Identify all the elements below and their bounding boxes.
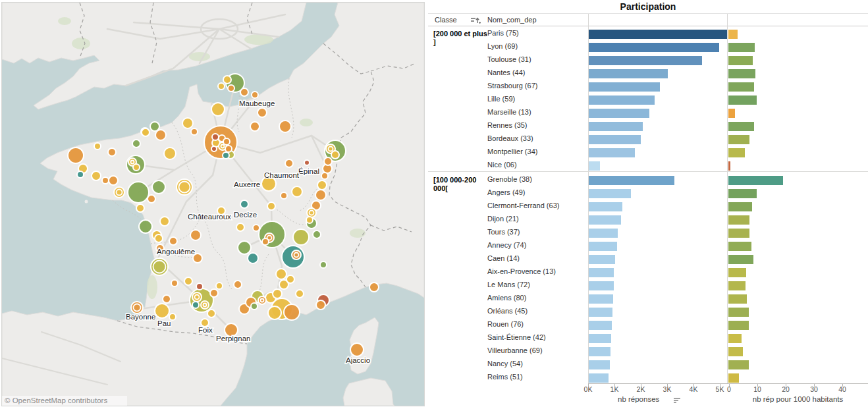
bar-nb-reponses[interactable] xyxy=(589,122,643,131)
axis-sort-icon[interactable] xyxy=(673,397,682,404)
city-label[interactable]: Amiens (80) xyxy=(487,291,586,304)
map-bubble[interactable] xyxy=(139,220,152,233)
bar-nb-reponses[interactable] xyxy=(589,321,612,330)
city-label[interactable]: Saint-Étienne (42) xyxy=(487,331,586,344)
bar-nb-reponses[interactable] xyxy=(589,268,614,277)
bar-nb-reponses[interactable] xyxy=(589,95,655,105)
map-bubble[interactable] xyxy=(210,289,218,297)
france-bubble-map[interactable]: MaubeugeÉpinalChaumontAuxerreDecizeChâte… xyxy=(1,2,425,406)
map-bubble[interactable] xyxy=(171,280,178,286)
bar-nb-rep-1000-hab[interactable] xyxy=(728,268,746,277)
map-bubble[interactable] xyxy=(250,122,259,131)
map-bubble[interactable] xyxy=(240,200,248,208)
map-bubble[interactable] xyxy=(102,177,109,184)
bar-nb-rep-1000-hab[interactable] xyxy=(728,135,749,144)
city-label[interactable]: Nancy (54) xyxy=(487,357,586,370)
map-bubble[interactable] xyxy=(251,303,258,310)
map-bubble[interactable] xyxy=(285,159,293,167)
map-bubble[interactable] xyxy=(258,296,266,304)
map-bubble[interactable] xyxy=(293,229,309,245)
map-bubble[interactable] xyxy=(292,186,302,197)
bar-nb-rep-1000-hab[interactable] xyxy=(728,43,755,52)
map-bubble[interactable] xyxy=(253,225,259,231)
map-bubble[interactable] xyxy=(268,306,281,319)
bar-nb-reponses[interactable] xyxy=(589,215,621,225)
city-label[interactable]: Marseille (13) xyxy=(487,105,586,119)
bar-nb-reponses[interactable] xyxy=(589,109,649,118)
map-bubble[interactable] xyxy=(218,83,225,90)
bar-nb-reponses[interactable] xyxy=(589,82,660,92)
bar-nb-reponses[interactable] xyxy=(589,69,668,78)
bar-nb-rep-1000-hab[interactable] xyxy=(728,229,749,238)
map-bubble[interactable] xyxy=(324,157,332,165)
city-label[interactable]: Strasbourg (67) xyxy=(487,79,586,92)
bar-nb-reponses[interactable] xyxy=(589,334,611,343)
city-label[interactable]: Grenoble (38) xyxy=(487,173,586,186)
map-bubble[interactable] xyxy=(252,92,258,98)
bar-nb-rep-1000-hab[interactable] xyxy=(728,255,753,264)
map-bubble[interactable] xyxy=(201,301,209,309)
map-bubble[interactable] xyxy=(77,171,84,178)
city-label[interactable]: Toulouse (31) xyxy=(487,53,586,66)
map-bubble[interactable] xyxy=(160,217,169,226)
map-bubble[interactable] xyxy=(136,204,144,212)
map-bubble[interactable] xyxy=(238,241,251,254)
city-label[interactable]: Nice (06) xyxy=(487,158,586,171)
city-label[interactable]: Clermont-Ferrand (63) xyxy=(487,199,586,212)
city-label[interactable]: Aix-en-Provence (13) xyxy=(487,265,586,278)
bar-nb-rep-1000-hab[interactable] xyxy=(728,176,783,185)
map-bubble[interactable] xyxy=(184,277,192,285)
map-bubble[interactable] xyxy=(276,269,286,279)
map-bubble[interactable] xyxy=(68,148,84,163)
map-bubble[interactable] xyxy=(192,302,199,308)
map-bubble[interactable] xyxy=(211,146,217,151)
bar-nb-rep-1000-hab[interactable] xyxy=(728,281,746,290)
bar-nb-rep-1000-hab[interactable] xyxy=(728,148,745,157)
bar-nb-reponses[interactable] xyxy=(589,347,610,356)
bar-nb-rep-1000-hab[interactable] xyxy=(728,122,754,131)
bar-nb-reponses[interactable] xyxy=(589,148,635,157)
bar-nb-rep-1000-hab[interactable] xyxy=(728,360,749,369)
map-bubble[interactable] xyxy=(273,289,282,298)
map-bubble[interactable] xyxy=(240,88,248,96)
map-bubble[interactable] xyxy=(190,230,201,240)
map-bubble[interactable] xyxy=(281,192,287,199)
map-bubble[interactable] xyxy=(284,304,300,320)
city-label[interactable]: Rennes (35) xyxy=(487,119,586,132)
map-bubble[interactable] xyxy=(317,180,327,190)
city-label[interactable]: Bordeaux (33) xyxy=(487,132,586,145)
bar-nb-rep-1000-hab[interactable] xyxy=(728,56,753,65)
bar-nb-rep-1000-hab[interactable] xyxy=(728,321,749,330)
map-bubble[interactable] xyxy=(307,208,316,217)
bar-nb-reponses[interactable] xyxy=(589,308,612,317)
map-bubble[interactable] xyxy=(234,281,242,288)
map-bubble[interactable] xyxy=(94,143,101,150)
bar-nb-reponses[interactable] xyxy=(589,30,727,39)
map-bubble[interactable] xyxy=(296,290,304,298)
bar-nb-reponses[interactable] xyxy=(589,161,600,171)
map-bubble[interactable] xyxy=(292,250,301,259)
city-label[interactable]: Annecy (74) xyxy=(487,238,586,252)
map-bubble[interactable] xyxy=(211,103,225,116)
city-label[interactable]: Le Mans (72) xyxy=(487,278,586,291)
map-bubble[interactable] xyxy=(109,176,118,185)
bar-nb-rep-1000-hab[interactable] xyxy=(728,215,749,225)
map-bubble[interactable] xyxy=(216,283,223,289)
map-bubble[interactable] xyxy=(155,234,163,242)
city-label[interactable]: Montpellier (34) xyxy=(487,145,586,158)
map-bubble[interactable] xyxy=(196,283,203,290)
map-bubble[interactable] xyxy=(164,148,176,159)
map-bubble[interactable] xyxy=(114,187,124,198)
map-bubble[interactable] xyxy=(315,190,326,200)
bar-nb-rep-1000-hab[interactable] xyxy=(728,30,738,39)
map-bubble[interactable] xyxy=(169,237,177,245)
map-bubble[interactable] xyxy=(155,304,169,318)
map-bubble[interactable] xyxy=(248,253,258,263)
bar-nb-rep-1000-hab[interactable] xyxy=(728,334,742,343)
bar-nb-rep-1000-hab[interactable] xyxy=(728,189,757,198)
bar-nb-rep-1000-hab[interactable] xyxy=(728,373,739,383)
map-bubble[interactable] xyxy=(228,85,234,92)
city-label[interactable]: Lille (59) xyxy=(487,92,586,105)
map-bubble[interactable] xyxy=(152,180,165,194)
bar-nb-rep-1000-hab[interactable] xyxy=(728,347,743,356)
